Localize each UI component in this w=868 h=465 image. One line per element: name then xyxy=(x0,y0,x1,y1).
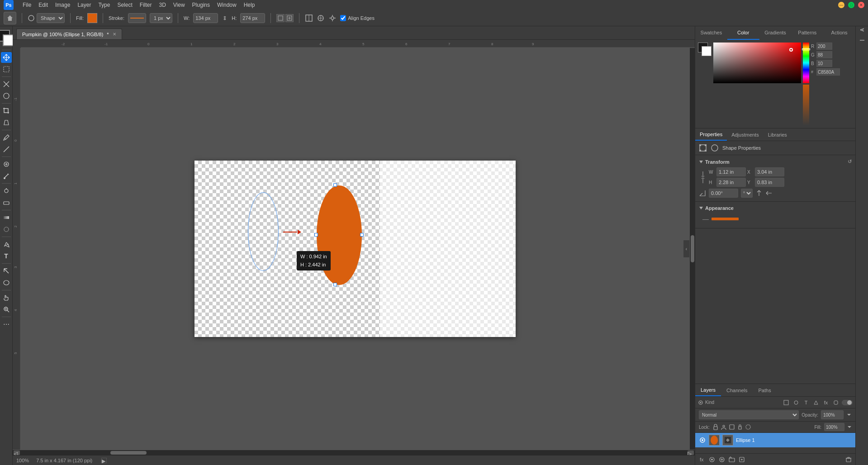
transform-reset[interactable]: ↺ xyxy=(848,159,852,165)
fill-color-bar[interactable] xyxy=(711,218,739,220)
add-mask-icon[interactable] xyxy=(709,456,715,463)
scroll-left-btn[interactable]: ◁ xyxy=(14,451,20,455)
arrange-icon[interactable] xyxy=(305,14,313,22)
artboard-tool[interactable] xyxy=(1,64,12,75)
settings-icon[interactable] xyxy=(328,14,337,22)
live-shape-icon[interactable] xyxy=(711,144,719,152)
selection-handle-right[interactable] xyxy=(360,233,364,237)
filter-pixel-btn[interactable] xyxy=(782,399,790,407)
lock-artboard-icon[interactable] xyxy=(729,424,735,430)
canvas-scroll[interactable]: W : 0.942 in H : 2.442 in ‹ xyxy=(21,48,689,450)
selection-handle-left[interactable] xyxy=(314,233,318,237)
appearance-header[interactable]: Appearance xyxy=(699,205,852,211)
path-add-btn[interactable] xyxy=(285,14,294,22)
height-input[interactable] xyxy=(240,13,265,23)
h-input[interactable] xyxy=(716,178,746,187)
lock-pixel-icon[interactable] xyxy=(712,424,719,430)
info-toggle[interactable]: ▶ xyxy=(101,458,107,463)
color-gradient-picker[interactable] xyxy=(713,43,801,83)
menu-type[interactable]: Type xyxy=(98,2,110,8)
move-tool[interactable] xyxy=(1,52,12,63)
channels-tab[interactable]: Channels xyxy=(721,384,753,396)
g-input[interactable] xyxy=(816,51,832,58)
clone-tool[interactable] xyxy=(1,185,12,196)
panel-icon-color[interactable]: A xyxy=(859,28,865,32)
gradient-tool[interactable] xyxy=(1,212,12,223)
layer-item-ellipse1[interactable]: Ellipse 1 xyxy=(695,433,855,447)
menu-filter[interactable]: Filter xyxy=(140,2,152,8)
stroke-width-select[interactable]: 1 px xyxy=(150,13,172,23)
scroll-thumb-v[interactable] xyxy=(691,235,694,262)
link-dimensions-icon[interactable] xyxy=(222,15,228,21)
menu-file[interactable]: File xyxy=(23,2,31,8)
flip-v-icon[interactable] xyxy=(765,190,773,197)
actions-tab[interactable]: Actions xyxy=(823,26,855,40)
add-effect-icon[interactable]: fx xyxy=(699,456,705,463)
ellipse-outline-shape[interactable] xyxy=(248,192,279,271)
patterns-tab[interactable]: Patterns xyxy=(791,26,823,40)
transform-header[interactable]: Transform ↺ xyxy=(699,159,852,165)
paths-tab[interactable]: Paths xyxy=(753,384,777,396)
swatches-tab[interactable]: Swatches xyxy=(695,26,727,40)
adjustments-tab[interactable]: Adjustments xyxy=(727,128,764,141)
text-tool[interactable]: T xyxy=(1,251,12,261)
shape-type-select[interactable]: Shape xyxy=(37,13,65,23)
b-input[interactable] xyxy=(816,60,832,67)
tab-close-button[interactable]: ✕ xyxy=(113,32,116,37)
width-input[interactable] xyxy=(193,13,218,23)
align-edges-checkbox[interactable] xyxy=(340,13,346,23)
blend-mode-select[interactable]: Normal xyxy=(699,410,799,419)
zoom-tool[interactable] xyxy=(1,304,12,315)
heal-tool[interactable] xyxy=(1,159,12,170)
fill-swatch[interactable] xyxy=(87,13,97,23)
add-adjustment-icon[interactable] xyxy=(719,456,725,463)
path-select-tool[interactable] xyxy=(1,266,12,276)
menu-select[interactable]: Select xyxy=(117,2,132,8)
menu-edit[interactable]: Edit xyxy=(38,2,48,8)
lock-all-icon[interactable] xyxy=(737,424,743,430)
home-button[interactable] xyxy=(4,12,16,24)
vertical-scrollbar[interactable] xyxy=(689,48,695,450)
horizontal-scrollbar[interactable]: ◁ ▷ xyxy=(13,450,695,455)
delete-layer-icon[interactable] xyxy=(845,456,852,463)
panel-collapse-button[interactable]: ‹ xyxy=(683,240,689,258)
pen-tool[interactable] xyxy=(1,239,12,250)
extras-tool[interactable]: ⋯ xyxy=(1,319,12,330)
menu-help[interactable]: Help xyxy=(244,2,255,8)
geometry-icon[interactable] xyxy=(317,14,325,22)
perspective-tool[interactable] xyxy=(1,117,12,128)
scroll-right-btn[interactable]: ▷ xyxy=(688,451,694,455)
minimize-button[interactable]: — xyxy=(838,2,844,8)
lock-smart-icon[interactable] xyxy=(745,424,751,430)
libraries-tab[interactable]: Libraries xyxy=(764,128,792,141)
blur-tool[interactable] xyxy=(1,224,12,235)
gradients-tab[interactable]: Gradients xyxy=(759,26,792,40)
ruler-tool[interactable] xyxy=(1,144,12,155)
angle-input[interactable] xyxy=(709,189,738,198)
menu-view[interactable]: View xyxy=(173,2,185,8)
transform-mode-icon[interactable] xyxy=(699,144,707,152)
color-tab[interactable]: Color xyxy=(727,26,759,40)
filter-smart-btn[interactable] xyxy=(832,399,840,407)
link-icon[interactable] xyxy=(699,168,707,186)
layer-visibility-icon[interactable] xyxy=(699,437,706,444)
eyedropper-tool[interactable] xyxy=(1,132,12,143)
maximize-button[interactable]: □ xyxy=(848,2,854,8)
filter-adjust-btn[interactable] xyxy=(792,399,800,407)
menu-3d[interactable]: 3D xyxy=(159,2,166,8)
scroll-thumb-h[interactable] xyxy=(110,451,147,455)
opacity-slider[interactable] xyxy=(803,85,809,125)
menu-image[interactable]: Image xyxy=(55,2,70,8)
close-button[interactable]: ✕ xyxy=(858,2,864,8)
panel-icon-text[interactable] xyxy=(859,37,865,44)
opacity-dropdown-icon[interactable] xyxy=(846,412,852,418)
x-input[interactable] xyxy=(755,167,784,176)
opacity-input[interactable] xyxy=(821,410,844,419)
new-group-icon[interactable] xyxy=(729,456,735,463)
properties-tab[interactable]: Properties xyxy=(695,128,727,141)
document-tab[interactable]: Pumpkin @ 100% (Ellipse 1, RGB/8) * ✕ xyxy=(16,28,122,39)
angle-unit-select[interactable]: ° xyxy=(741,189,753,198)
align-edges-toggle[interactable]: Align Edges xyxy=(340,13,375,23)
hand-tool[interactable] xyxy=(1,292,12,303)
selection-handle-top[interactable] xyxy=(333,183,337,187)
